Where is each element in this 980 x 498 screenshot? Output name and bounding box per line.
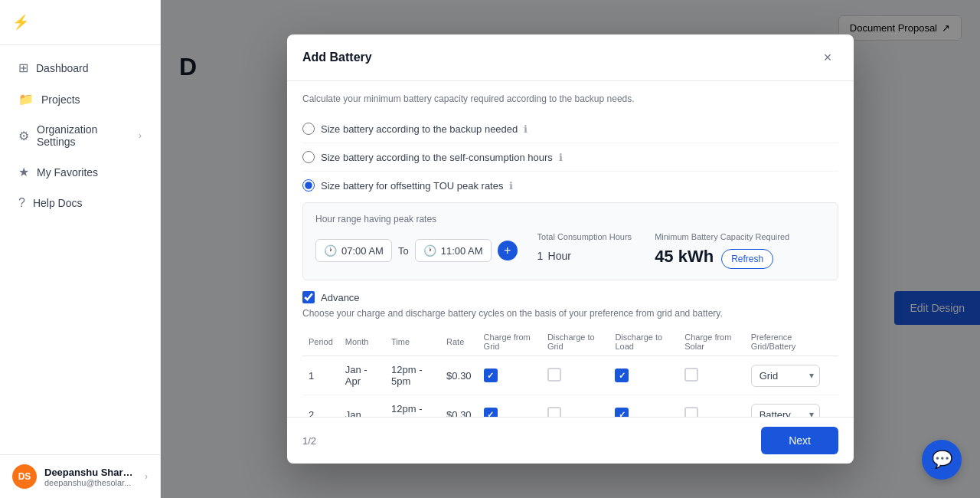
refresh-button[interactable]: Refresh bbox=[721, 249, 773, 269]
sidebar-item-label: Organization Settings bbox=[37, 123, 131, 148]
sidebar-item-label: Help Docs bbox=[33, 197, 83, 209]
cell-charge-grid[interactable] bbox=[478, 395, 541, 418]
to-time-value: 11:00 AM bbox=[441, 245, 483, 257]
preference-select-1[interactable]: Grid Battery bbox=[751, 365, 820, 387]
cycles-table-head: Period Month Time Rate Charge from Grid … bbox=[302, 328, 838, 356]
cell-time: 12pm - 5pm bbox=[385, 395, 440, 418]
main-content: Document Proposal ↗ D Edit Design Add Ba… bbox=[161, 0, 980, 498]
col-time: Time bbox=[385, 328, 440, 356]
sidebar-item-dashboard[interactable]: ⊞ Dashboard bbox=[6, 53, 154, 83]
cycles-table: Period Month Time Rate Charge from Grid … bbox=[302, 328, 838, 417]
cell-discharge-grid[interactable] bbox=[541, 395, 609, 418]
total-consumption-label: Total Consumption Hours bbox=[537, 232, 632, 241]
col-preference: Preference Grid/Battery bbox=[745, 328, 838, 356]
chat-button[interactable]: 💬 bbox=[922, 440, 962, 480]
radio-option-backup[interactable]: Size battery according to the backup nee… bbox=[302, 115, 838, 143]
cell-charge-grid[interactable] bbox=[478, 356, 541, 395]
sidebar-item-projects[interactable]: 📁 Projects bbox=[6, 84, 154, 114]
total-consumption-value: 1 Hour bbox=[537, 244, 632, 264]
user-name: Deepanshu Sharma bbox=[44, 467, 137, 478]
cell-discharge-load[interactable] bbox=[609, 356, 678, 395]
to-time-input[interactable]: 🕐 11:00 AM bbox=[415, 239, 492, 262]
preference-select-2[interactable]: Grid Battery bbox=[751, 404, 820, 418]
from-time-input[interactable]: 🕐 07:00 AM bbox=[315, 239, 392, 262]
next-button[interactable]: Next bbox=[761, 427, 838, 454]
cycles-table-body: 1 Jan - Apr 12pm - 5pm $0.30 bbox=[302, 356, 838, 418]
projects-icon: 📁 bbox=[18, 92, 34, 106]
settings-icon: ⚙ bbox=[18, 129, 29, 143]
radio-backup-label: Size battery according to the backup nee… bbox=[321, 123, 518, 135]
cell-discharge-load[interactable] bbox=[609, 395, 678, 418]
tou-hour-range-label: Hour range having peak rates bbox=[315, 214, 825, 224]
radio-option-self-consumption[interactable]: Size battery according to the self-consu… bbox=[302, 143, 838, 172]
preference-select-wrap-2[interactable]: Grid Battery bbox=[751, 404, 820, 418]
checkbox-discharge-grid-1[interactable] bbox=[547, 368, 561, 382]
checkbox-charge-grid-1[interactable] bbox=[484, 369, 498, 382]
radio-backup[interactable] bbox=[302, 123, 315, 135]
cell-charge-solar[interactable] bbox=[678, 395, 744, 418]
sidebar-item-label: Projects bbox=[41, 93, 80, 106]
cell-preference[interactable]: Grid Battery bbox=[745, 395, 838, 418]
advance-description: Choose your charge and discharge battery… bbox=[302, 308, 838, 319]
cell-month: Jan bbox=[339, 395, 385, 418]
modal-footer: 1/2 Next bbox=[287, 417, 854, 464]
user-info: Deepanshu Sharma deepanshu@thesolar... bbox=[44, 467, 137, 487]
clock-icon-to: 🕐 bbox=[423, 244, 436, 257]
user-profile[interactable]: DS Deepanshu Sharma deepanshu@thesolar..… bbox=[0, 454, 160, 498]
radio-option-tou[interactable]: Size battery for offsetting TOU peak rat… bbox=[302, 172, 838, 199]
radio-self-consumption-label: Size battery according to the self-consu… bbox=[321, 152, 553, 163]
add-battery-modal: Add Battery × Calculate your minimum bat… bbox=[287, 34, 854, 464]
sidebar-item-favorites[interactable]: ★ My Favorites bbox=[6, 157, 154, 187]
radio-tou-label: Size battery for offsetting TOU peak rat… bbox=[321, 180, 503, 192]
chevron-right-icon: › bbox=[145, 471, 148, 482]
tou-section: Hour range having peak rates 🕐 07:00 AM … bbox=[302, 202, 838, 280]
col-charge-grid: Charge from Grid bbox=[478, 328, 541, 356]
info-icon-backup[interactable]: ℹ bbox=[524, 123, 528, 135]
sidebar-item-help[interactable]: ? Help Docs bbox=[6, 188, 154, 218]
radio-self-consumption[interactable] bbox=[302, 151, 315, 163]
sidebar-nav: ⊞ Dashboard 📁 Projects ⚙ Organization Se… bbox=[0, 45, 160, 454]
checkbox-charge-grid-2[interactable] bbox=[484, 408, 498, 417]
user-email: deepanshu@thesolar... bbox=[44, 478, 137, 487]
sidebar-item-label: My Favorites bbox=[37, 166, 98, 179]
checkbox-charge-solar-2[interactable] bbox=[684, 407, 698, 418]
chevron-right-icon: › bbox=[139, 130, 142, 141]
col-rate: Rate bbox=[440, 328, 478, 356]
modal-close-button[interactable]: × bbox=[817, 47, 838, 68]
sidebar-item-org-settings[interactable]: ⚙ Organization Settings › bbox=[6, 116, 154, 156]
table-row: 1 Jan - Apr 12pm - 5pm $0.30 bbox=[302, 356, 838, 395]
cell-rate: $0.30 bbox=[440, 395, 478, 418]
checkbox-discharge-grid-2[interactable] bbox=[547, 407, 561, 418]
checkbox-discharge-load-1[interactable] bbox=[615, 369, 629, 382]
radio-tou[interactable] bbox=[302, 179, 315, 192]
cell-period: 2 bbox=[302, 395, 339, 418]
cell-discharge-grid[interactable] bbox=[541, 356, 609, 395]
tou-time-group: 🕐 07:00 AM To 🕐 11:00 AM + bbox=[315, 239, 518, 262]
col-period: Period bbox=[302, 328, 339, 356]
tou-row: 🕐 07:00 AM To 🕐 11:00 AM + bbox=[315, 232, 825, 269]
clock-icon-from: 🕐 bbox=[324, 244, 337, 257]
total-consumption-stat: Total Consumption Hours 1 Hour bbox=[537, 232, 632, 269]
info-icon-tou[interactable]: ℹ bbox=[509, 180, 513, 192]
sidebar-item-label: Dashboard bbox=[36, 62, 89, 74]
sidebar-logo: ⚡ bbox=[0, 0, 160, 45]
cell-period: 1 bbox=[302, 356, 339, 395]
add-time-range-button[interactable]: + bbox=[498, 241, 518, 260]
help-icon: ? bbox=[18, 196, 25, 210]
advance-checkbox[interactable] bbox=[302, 291, 315, 303]
col-charge-solar: Charge from Solar bbox=[678, 328, 744, 356]
preference-select-wrap-1[interactable]: Grid Battery bbox=[751, 365, 820, 387]
checkbox-discharge-load-2[interactable] bbox=[615, 408, 629, 417]
cell-charge-solar[interactable] bbox=[678, 356, 744, 395]
col-discharge-grid: Discharge to Grid bbox=[541, 328, 609, 356]
cell-preference[interactable]: Grid Battery bbox=[745, 356, 838, 395]
info-icon-self-consumption[interactable]: ℹ bbox=[559, 152, 563, 163]
min-capacity-stat: Minimum Battery Capacity Required 45 kWh… bbox=[655, 232, 789, 269]
dashboard-icon: ⊞ bbox=[18, 61, 28, 75]
checkbox-charge-solar-1[interactable] bbox=[684, 368, 698, 382]
cell-rate: $0.30 bbox=[440, 356, 478, 395]
min-capacity-value: 45 kWh bbox=[655, 247, 714, 267]
modal-body: Calculate your minimum battery capacity … bbox=[287, 81, 854, 417]
from-time-value: 07:00 AM bbox=[341, 245, 384, 257]
cell-month: Jan - Apr bbox=[339, 356, 385, 395]
